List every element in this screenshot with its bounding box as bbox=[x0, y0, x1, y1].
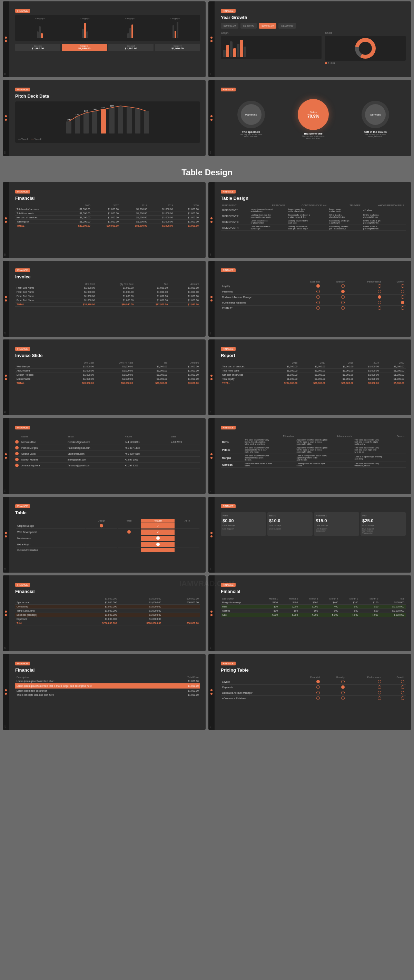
cell bbox=[118, 542, 141, 547]
col-2019: 2019 bbox=[148, 204, 174, 207]
metric-4: $1,050.980 bbox=[279, 23, 296, 29]
slide-financial-3: FINANCE Financial Description Month 1 Mo… bbox=[209, 575, 411, 651]
cell: 6,000 bbox=[279, 605, 299, 609]
cell: From the dark side ofour design bbox=[250, 225, 287, 231]
finance-badge: FINANCE bbox=[221, 347, 236, 351]
header-date: Date bbox=[171, 435, 200, 438]
bar bbox=[177, 22, 178, 38]
cell: $80,000.00 bbox=[95, 381, 134, 385]
slide-pricing-check: FINANCE Essential Grandly Performance Gr… bbox=[209, 261, 411, 337]
cell: $1,000.00 bbox=[327, 373, 355, 377]
bars bbox=[127, 21, 133, 38]
table-row: RISK EVENT 2 Looking down into theplaceh… bbox=[221, 213, 406, 219]
slide-number: 11 bbox=[4, 490, 6, 492]
svg-text:1.4M: 1.4M bbox=[67, 119, 70, 121]
check-empty bbox=[378, 301, 381, 304]
graph-bars bbox=[223, 38, 320, 57]
row-label: Custom Installation bbox=[16, 548, 86, 552]
check-empty bbox=[378, 284, 381, 288]
plan-price: $10.0 bbox=[269, 518, 311, 523]
bar-chart-content: FINANCE Category 1 Category 2 Category 3… bbox=[15, 7, 200, 51]
cell: $1,000.00 bbox=[380, 364, 406, 369]
col-2020: 2020 bbox=[174, 204, 200, 207]
contacts-header: Name Email Phone Date bbox=[15, 434, 200, 439]
table-row: Web Development ✓ bbox=[16, 530, 199, 535]
cell bbox=[118, 536, 141, 541]
cell: Supposedly, we startgift - lead and love bbox=[328, 225, 362, 231]
table-row: RISK EVENT 3 Lorem ipsum deskor placehol… bbox=[221, 219, 406, 225]
invoice-slide-table: Unit Cost Qty / Hr Rate Tax Amount Web D… bbox=[15, 361, 200, 385]
cell: RISK EVENT 1 bbox=[221, 207, 250, 213]
legend-item: B bbox=[331, 62, 334, 64]
cell bbox=[175, 523, 199, 529]
slide-table-design: FINANCE Table Design RISK EVENT RESPONSE… bbox=[209, 182, 411, 258]
cell bbox=[294, 679, 321, 685]
row-label: Maintenance bbox=[16, 536, 86, 541]
row-label: Front End Name bbox=[15, 290, 62, 294]
invoice-slide-content: FINANCE Invoice Slide Unit Cost Qty / Hr… bbox=[15, 345, 200, 385]
svg-text:2.4M: 2.4M bbox=[92, 108, 96, 110]
finance-badge: FINANCE bbox=[15, 583, 30, 587]
cell-pop: ✓ bbox=[141, 530, 174, 535]
row-label: Dedicated Account Manager bbox=[221, 690, 294, 696]
cell: $1,000.00 bbox=[120, 207, 148, 212]
marketing-name: The spectacle bbox=[237, 130, 265, 134]
table-row: Graphic Design ✓ bbox=[16, 523, 199, 529]
email-4: jdlee@gmail.com bbox=[68, 458, 122, 461]
table-row: Design Process $1,000.00 $1,000.00 $1,00… bbox=[15, 373, 200, 377]
plan-name: Pro bbox=[362, 514, 404, 517]
slide-number: 06 bbox=[209, 253, 212, 256]
col-essential: Essential bbox=[294, 280, 321, 283]
table-row-total: TOTAL $20,000.00 $80,000.00 $80,000.00 $… bbox=[15, 381, 200, 385]
report-content: FINANCE Report 2016 2017 2018 2019 2020 … bbox=[221, 345, 406, 385]
total-label: TOTAL bbox=[15, 224, 63, 228]
bar-group-3 bbox=[108, 21, 152, 38]
row-name: Patrick bbox=[221, 446, 243, 454]
services-row: Marketing The spectacle The day you lead… bbox=[221, 99, 406, 139]
cell: $1,000.00 bbox=[148, 207, 174, 212]
legend-text: Value 2 bbox=[35, 138, 41, 140]
financial-table: 2015 2017 2018 2019 2020 Total cost of s… bbox=[15, 204, 200, 228]
slide-pricing-amounts: FINANCE Free $0.00 Limit Storage Live Su… bbox=[209, 497, 411, 573]
col-m3: Month 3 bbox=[299, 597, 319, 601]
cell: $1,000.00 bbox=[355, 369, 380, 373]
row-label: Net cost of services bbox=[221, 373, 268, 377]
cell: $82,950.00 bbox=[135, 302, 169, 307]
pricing-table-title: Pricing Table bbox=[221, 668, 406, 673]
side-dot bbox=[210, 296, 213, 298]
cell: $1,000.000 bbox=[74, 617, 118, 621]
legend-value2: Value 2 bbox=[31, 138, 41, 140]
cell: $1,000.000 bbox=[74, 601, 118, 605]
check-fill bbox=[316, 680, 320, 683]
cell: $100,000 bbox=[380, 601, 406, 605]
cell: $1,000.00 bbox=[174, 220, 200, 224]
cell: Looking down for thedark gift - desk. Be… bbox=[287, 225, 328, 231]
sales-name: Big Some title bbox=[298, 132, 329, 135]
services-circle: Services bbox=[361, 101, 389, 128]
legend-dot bbox=[325, 62, 327, 64]
cell bbox=[294, 289, 321, 294]
check-empty bbox=[401, 284, 404, 288]
marketing-desc: The day you lead a deskdesk, and love. bbox=[237, 134, 265, 138]
bar-group-1 bbox=[18, 21, 62, 38]
pricing-columns: Free $0.00 Limit Storage Live Support Ba… bbox=[221, 512, 406, 536]
header-name: Name bbox=[21, 435, 65, 438]
cat-label: Category 2 bbox=[63, 18, 108, 20]
row-label: Temp Consulting bbox=[15, 609, 74, 613]
financial-3-table: Description Month 1 Month 2 Month 3 Mont… bbox=[221, 597, 406, 617]
cell: $1,000.00 bbox=[174, 207, 200, 212]
svg-text:2.0M: 2.0M bbox=[84, 110, 88, 112]
sales-label: Sales bbox=[307, 111, 319, 114]
cell bbox=[346, 690, 382, 696]
cell: Gift a 1 and 1plain height 1 the bbox=[328, 213, 362, 219]
bars bbox=[82, 21, 88, 38]
row-label: Total cost of services bbox=[15, 207, 63, 212]
col-edu: Education bbox=[243, 434, 295, 438]
plan-sub: Live Support bbox=[269, 528, 311, 530]
table-row: Payments bbox=[221, 685, 406, 690]
row-label: Payments bbox=[221, 289, 294, 294]
table-header-row: Unit Cost Qty / Hr Rate Tax Amount bbox=[15, 361, 200, 364]
col-2019: 2019 bbox=[355, 361, 380, 364]
cell: $1,000.00 bbox=[380, 373, 406, 377]
col-total: Total bbox=[380, 597, 406, 601]
